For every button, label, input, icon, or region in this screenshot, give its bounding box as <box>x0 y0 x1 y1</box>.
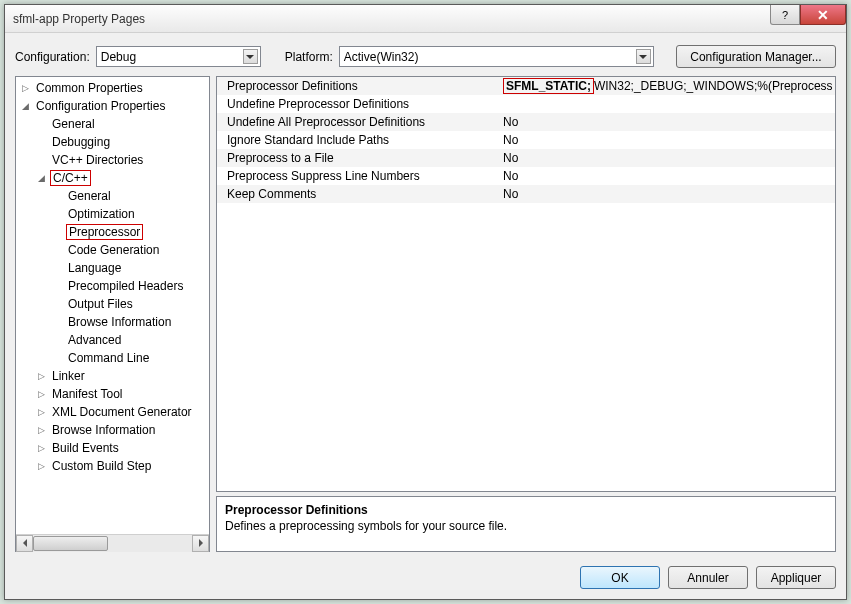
tree-item-cc-pch[interactable]: Precompiled Headers <box>16 277 209 295</box>
cancel-button[interactable]: Annuler <box>668 566 748 589</box>
tree-item-ccpp[interactable]: ◢C/C++ <box>16 169 209 187</box>
footer: OK Annuler Appliquer <box>5 558 846 599</box>
chevron-right-icon: ▷ <box>36 443 47 454</box>
tree-item-cc-preprocessor[interactable]: Preprocessor <box>16 223 209 241</box>
chevron-right-icon: ▷ <box>36 425 47 436</box>
config-row: Configuration: Debug Platform: Active(Wi… <box>5 33 846 76</box>
tree-item-manifest[interactable]: ▷Manifest Tool <box>16 385 209 403</box>
chevron-right-icon: ▷ <box>36 389 47 400</box>
grid-name: Keep Comments <box>217 187 499 201</box>
tree-item-cc-cmdline[interactable]: Command Line <box>16 349 209 367</box>
chevron-down-icon: ◢ <box>20 101 31 112</box>
tree-item-debugging[interactable]: Debugging <box>16 133 209 151</box>
platform-combo[interactable]: Active(Win32) <box>339 46 654 67</box>
ok-button[interactable]: OK <box>580 566 660 589</box>
grid-row-keep-comments[interactable]: Keep Comments No <box>217 185 835 203</box>
grid-name: Undefine All Preprocessor Definitions <box>217 115 499 129</box>
grid-value: SFML_STATIC;WIN32;_DEBUG;_WINDOWS;%(Prep… <box>499 78 835 94</box>
titlebar-buttons: ? ✕ <box>770 5 846 25</box>
tree-item-cc-output[interactable]: Output Files <box>16 295 209 313</box>
tree-item-configuration[interactable]: ◢Configuration Properties <box>16 97 209 115</box>
grid-value: No <box>499 187 835 201</box>
description-title: Preprocessor Definitions <box>225 503 827 517</box>
description-pane: Preprocessor Definitions Defines a prepr… <box>216 496 836 552</box>
configuration-value: Debug <box>101 50 136 64</box>
grid-row-suppress-line-numbers[interactable]: Preprocess Suppress Line Numbers No <box>217 167 835 185</box>
grid-name: Undefine Preprocessor Definitions <box>217 97 499 111</box>
grid-row-undefine-all[interactable]: Undefine All Preprocessor Definitions No <box>217 113 835 131</box>
help-button[interactable]: ? <box>770 5 800 25</box>
tree-pane: ▷Common Properties ◢Configuration Proper… <box>15 76 210 552</box>
grid-name: Ignore Standard Include Paths <box>217 133 499 147</box>
titlebar: sfml-app Property Pages ? ✕ <box>5 5 846 33</box>
tree-item-cc-advanced[interactable]: Advanced <box>16 331 209 349</box>
grid-value: No <box>499 169 835 183</box>
tree-item-vcdirs[interactable]: VC++ Directories <box>16 151 209 169</box>
platform-label: Platform: <box>285 50 333 64</box>
grid-name: Preprocess Suppress Line Numbers <box>217 169 499 183</box>
tree-item-cc-browse[interactable]: Browse Information <box>16 313 209 331</box>
main-area: ▷Common Properties ◢Configuration Proper… <box>5 76 846 558</box>
scroll-thumb[interactable] <box>33 536 108 551</box>
apply-button[interactable]: Appliquer <box>756 566 836 589</box>
tree-item-cc-general[interactable]: General <box>16 187 209 205</box>
grid-row-undefine-preprocessor[interactable]: Undefine Preprocessor Definitions <box>217 95 835 113</box>
scroll-left-arrow-icon[interactable] <box>16 535 33 552</box>
chevron-down-icon <box>243 49 258 64</box>
scroll-track[interactable] <box>33 535 192 552</box>
chevron-right-icon: ▷ <box>20 83 31 94</box>
grid-name: Preprocessor Definitions <box>217 79 499 93</box>
chevron-right-icon: ▷ <box>36 371 47 382</box>
tree-item-cc-language[interactable]: Language <box>16 259 209 277</box>
grid-value: No <box>499 133 835 147</box>
chevron-right-icon: ▷ <box>36 461 47 472</box>
configuration-label: Configuration: <box>15 50 90 64</box>
tree-horizontal-scrollbar[interactable] <box>16 534 209 551</box>
tree-item-cc-optimization[interactable]: Optimization <box>16 205 209 223</box>
grid-row-preprocessor-definitions[interactable]: Preprocessor Definitions SFML_STATIC;WIN… <box>217 77 835 95</box>
grid-value: No <box>499 151 835 165</box>
window-title: sfml-app Property Pages <box>13 12 145 26</box>
chevron-right-icon: ▷ <box>36 407 47 418</box>
platform-value: Active(Win32) <box>344 50 419 64</box>
chevron-down-icon: ◢ <box>36 173 47 184</box>
scroll-right-arrow-icon[interactable] <box>192 535 209 552</box>
grid-value: No <box>499 115 835 129</box>
grid-row-ignore-std-include[interactable]: Ignore Standard Include Paths No <box>217 131 835 149</box>
configuration-combo[interactable]: Debug <box>96 46 261 67</box>
chevron-down-icon <box>636 49 651 64</box>
tree-item-cc-codegen[interactable]: Code Generation <box>16 241 209 259</box>
property-grid: Preprocessor Definitions SFML_STATIC;WIN… <box>216 76 836 492</box>
tree-item-common[interactable]: ▷Common Properties <box>16 79 209 97</box>
tree-item-general[interactable]: General <box>16 115 209 133</box>
grid-name: Preprocess to a File <box>217 151 499 165</box>
tree-item-xml[interactable]: ▷XML Document Generator <box>16 403 209 421</box>
right-pane: Preprocessor Definitions SFML_STATIC;WIN… <box>216 76 836 552</box>
tree-item-linker[interactable]: ▷Linker <box>16 367 209 385</box>
configuration-manager-button[interactable]: Configuration Manager... <box>676 45 836 68</box>
property-pages-dialog: sfml-app Property Pages ? ✕ Configuratio… <box>4 4 847 600</box>
description-text: Defines a preprocessing symbols for your… <box>225 519 827 533</box>
tree-item-build[interactable]: ▷Build Events <box>16 439 209 457</box>
close-button[interactable]: ✕ <box>800 5 846 25</box>
grid-row-preprocess-file[interactable]: Preprocess to a File No <box>217 149 835 167</box>
tree-item-custom[interactable]: ▷Custom Build Step <box>16 457 209 475</box>
tree[interactable]: ▷Common Properties ◢Configuration Proper… <box>16 77 209 534</box>
tree-item-browse[interactable]: ▷Browse Information <box>16 421 209 439</box>
